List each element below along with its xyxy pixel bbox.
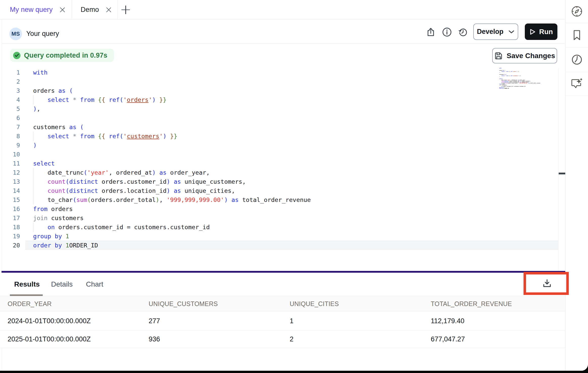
- plus-icon: [121, 6, 130, 14]
- run-button[interactable]: Run: [525, 24, 557, 40]
- compass-icon: [571, 5, 583, 17]
- app-window: My new query Demo MS Your query Develop: [0, 0, 588, 371]
- line-number: 11: [2, 159, 20, 168]
- query-status-banner: Query completed in 0.97s: [10, 49, 114, 62]
- code-line-17[interactable]: 17join customers: [2, 214, 558, 223]
- column-header-order_year[interactable]: ORDER_YEAR: [8, 296, 52, 311]
- code-line-12[interactable]: 12 date_trunc('year', ordered_at) as ord…: [2, 168, 558, 177]
- line-number: 3: [2, 86, 20, 95]
- code-line-11[interactable]: 11select: [2, 159, 558, 168]
- tab-results[interactable]: Results: [14, 273, 40, 296]
- line-number: 14: [2, 186, 20, 195]
- code-line-20[interactable]: 20order by 1ORDER_ID: [2, 241, 558, 250]
- tab-details[interactable]: Details: [51, 273, 73, 296]
- table-cell: 112,179.40: [431, 312, 464, 330]
- close-tab-icon[interactable]: [105, 7, 112, 13]
- run-label: Run: [539, 28, 553, 36]
- editor-scrollbar-thumb[interactable]: [559, 173, 565, 174]
- code-line-18[interactable]: 18 on orders.customer_id = customers.cus…: [2, 223, 558, 232]
- query-title: Your query: [26, 20, 59, 48]
- sql-code-editor[interactable]: 1with23orders as (4 select * from {{ ref…: [2, 63, 558, 271]
- code-line-15[interactable]: 15 to_char(sum(orders.order_total), '999…: [2, 195, 558, 204]
- results-table-header: ORDER_YEARUNIQUE_CUSTOMERSUNIQUE_CITIEST…: [0, 296, 565, 311]
- code-line-16[interactable]: 16from orders: [2, 204, 558, 214]
- table-cell: 677,047.27: [431, 331, 465, 348]
- line-number: 7: [2, 123, 20, 132]
- line-number: 1: [2, 68, 20, 77]
- code-text: join customers: [33, 214, 84, 223]
- table-row[interactable]: 2025-01-01T00:00:00.000Z9362677,047.27: [0, 331, 565, 348]
- column-header-unique_cities[interactable]: UNIQUE_CITIES: [290, 296, 339, 311]
- query-status-text: Query completed in 0.97s: [24, 52, 107, 59]
- line-number: 20: [2, 241, 20, 250]
- code-line-10[interactable]: 10: [2, 150, 558, 159]
- code-line-5[interactable]: 5),: [2, 104, 558, 113]
- code-line-7[interactable]: 7customers as (: [2, 123, 558, 132]
- chevron-down-icon: [508, 30, 515, 34]
- tab-label[interactable]: Demo: [81, 6, 99, 14]
- code-line-19[interactable]: 19group by 1: [2, 232, 558, 241]
- clock-icon: [571, 54, 582, 65]
- results-tab-bar: Results Details Chart: [0, 273, 565, 296]
- sidebar-history-button[interactable]: [566, 48, 588, 72]
- code-text: on orders.customer_id = customers.custom…: [33, 223, 210, 232]
- editor-minimap[interactable]: with orders as ( select * from {{ ref('o…: [499, 68, 557, 93]
- right-sidebar: [565, 0, 588, 371]
- tab-my-new-query[interactable]: My new query: [10, 0, 66, 19]
- share-button[interactable]: [425, 27, 436, 38]
- code-line-9[interactable]: 9): [2, 141, 558, 150]
- editor-scrollbar-track: [558, 68, 558, 271]
- code-text: date_trunc('year', ordered_at) as order_…: [33, 168, 210, 177]
- line-number: 12: [2, 168, 20, 177]
- history-button[interactable]: [458, 27, 469, 38]
- line-number: 4: [2, 95, 20, 104]
- editor-tab-bar: My new query Demo: [0, 0, 565, 19]
- sidebar-feedback-button[interactable]: [566, 72, 588, 95]
- develop-dropdown[interactable]: Develop: [473, 24, 518, 40]
- table-cell: 936: [149, 331, 160, 348]
- chat-sparkle-icon: [571, 78, 583, 90]
- code-line-4[interactable]: 4 select * from {{ ref('orders') }}: [2, 95, 558, 104]
- line-number: 13: [2, 177, 20, 186]
- play-icon: [529, 28, 536, 35]
- code-text: count(distinct orders.location_id) as un…: [33, 186, 235, 195]
- line-number: 6: [2, 113, 20, 123]
- code-line-8[interactable]: 8 select * from {{ ref('customers') }}: [2, 132, 558, 141]
- code-line-1[interactable]: 1with: [2, 68, 558, 77]
- close-tab-icon[interactable]: [59, 7, 66, 13]
- sidebar-explore-button[interactable]: [566, 0, 588, 23]
- tab-chart[interactable]: Chart: [86, 273, 103, 296]
- table-row[interactable]: 2024-01-01T00:00:00.000Z2771112,179.40: [0, 312, 565, 331]
- tab-divider: [72, 0, 72, 19]
- check-circle-icon: [13, 52, 20, 59]
- column-header-total_order_revenue[interactable]: TOTAL_ORDER_REVENUE: [431, 296, 512, 311]
- save-icon: [494, 52, 503, 60]
- save-changes-button[interactable]: Save Changes: [492, 48, 557, 63]
- tab-demo[interactable]: Demo: [81, 0, 112, 19]
- table-cell: 1: [290, 312, 293, 330]
- table-cell: 2025-01-01T00:00:00.000Z: [8, 331, 91, 348]
- avatar: MS: [9, 28, 22, 40]
- code-line-2[interactable]: 2: [2, 77, 558, 86]
- line-number: 9: [2, 141, 20, 150]
- table-cell: 2024-01-01T00:00:00.000Z: [8, 312, 91, 330]
- sidebar-bookmarks-button[interactable]: [566, 23, 588, 47]
- code-text: from orders: [33, 204, 73, 214]
- line-number: 2: [2, 77, 20, 86]
- code-line-3[interactable]: 3orders as (: [2, 86, 558, 95]
- line-number: 8: [2, 132, 20, 141]
- table-cell: 277: [149, 312, 160, 330]
- line-number: 5: [2, 104, 20, 113]
- code-line-13[interactable]: 13 count(distinct orders.customer_id) as…: [2, 177, 558, 186]
- table-cell: 2: [290, 331, 293, 348]
- line-number: 16: [2, 204, 20, 214]
- column-header-unique_customers[interactable]: UNIQUE_CUSTOMERS: [149, 296, 218, 311]
- info-button[interactable]: [441, 27, 453, 38]
- line-number: 18: [2, 223, 20, 232]
- code-line-14[interactable]: 14 count(distinct orders.location_id) as…: [2, 186, 558, 195]
- code-line-6[interactable]: 6: [2, 113, 558, 123]
- bookmark-icon: [572, 29, 581, 41]
- new-tab-button[interactable]: [117, 0, 134, 19]
- panel-splitter[interactable]: [2, 271, 565, 273]
- tab-label[interactable]: My new query: [10, 6, 53, 14]
